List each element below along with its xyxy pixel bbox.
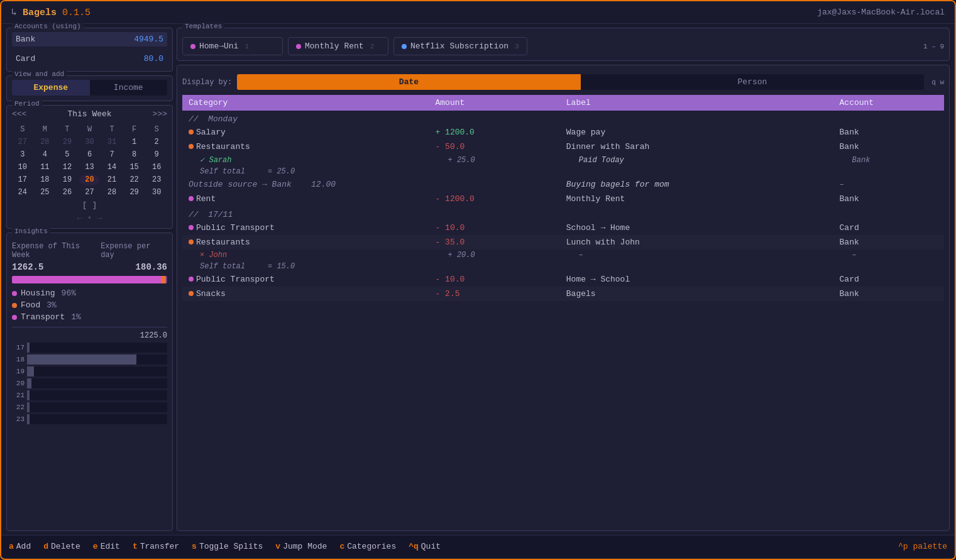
record-salary[interactable]: Salary + 1200.0 Wage pay Bank bbox=[182, 125, 944, 140]
cal-day-9[interactable]: 9 bbox=[146, 149, 167, 160]
account-card[interactable]: Card 80.0 bbox=[12, 52, 167, 66]
cal-day-5[interactable]: 5 bbox=[57, 149, 78, 160]
kb-jump: v Jump Mode bbox=[275, 542, 327, 551]
kb-splits: s Toggle Splits bbox=[192, 542, 263, 551]
cal-day-1[interactable]: 1 bbox=[124, 136, 145, 148]
amt-snacks: - 2.5 bbox=[429, 287, 560, 301]
record-snacks[interactable]: Snacks - 2.5 Bagels Bank bbox=[182, 287, 944, 301]
cal-day-16[interactable]: 16 bbox=[146, 162, 167, 173]
cat-restaurants-1: Restaurants bbox=[182, 140, 429, 154]
person-tab[interactable]: Person bbox=[581, 74, 924, 90]
cal-day-28b[interactable]: 28 bbox=[101, 187, 123, 198]
record-outside[interactable]: Outside source → Bank 12.00 Buying bagel… bbox=[182, 177, 944, 192]
bar-label-22: 22 bbox=[12, 404, 25, 411]
cal-day-20-today[interactable]: 20 bbox=[79, 174, 101, 185]
cal-nav-dot: • bbox=[87, 214, 92, 223]
cal-day-8[interactable]: 8 bbox=[124, 149, 145, 160]
expense-day-label: Expense per day bbox=[101, 242, 167, 260]
cal-day-11[interactable]: 11 bbox=[35, 162, 56, 173]
cal-day-29b[interactable]: 29 bbox=[124, 187, 145, 198]
cal-day-22[interactable]: 22 bbox=[124, 174, 145, 185]
kb-transfer: t Transfer bbox=[133, 542, 179, 551]
amt-salary: + 1200.0 bbox=[429, 125, 560, 140]
cal-day-13[interactable]: 13 bbox=[79, 162, 101, 173]
cal-day-18[interactable]: 18 bbox=[35, 174, 56, 185]
date-tab[interactable]: Date bbox=[237, 74, 580, 90]
progress-bar bbox=[12, 276, 167, 283]
expense-week-label: Expense of This Week bbox=[12, 242, 101, 260]
cal-day-31[interactable]: 31 bbox=[101, 136, 123, 148]
cal-day-27[interactable]: 27 bbox=[12, 136, 33, 148]
bracket-indicator: [ ] bbox=[12, 200, 167, 210]
kb-key-quit: ^q bbox=[409, 542, 419, 551]
cal-day-2[interactable]: 2 bbox=[146, 136, 167, 148]
cal-day-17[interactable]: 17 bbox=[12, 174, 33, 185]
bar-track-20 bbox=[27, 378, 167, 388]
cal-day-26[interactable]: 26 bbox=[57, 187, 78, 198]
next-period-btn[interactable]: >>> bbox=[153, 109, 167, 119]
cal-day-30b[interactable]: 30 bbox=[146, 187, 167, 198]
bar-track-23 bbox=[27, 414, 167, 424]
cal-day-15[interactable]: 15 bbox=[124, 162, 145, 173]
progress-housing bbox=[12, 276, 161, 283]
record-transport-2[interactable]: Public Transport - 10.0 Home → School Ca… bbox=[182, 272, 944, 287]
outside-acc: – bbox=[833, 177, 944, 192]
amt-transport-1: - 10.0 bbox=[429, 221, 560, 235]
record-restaurants-2[interactable]: Restaurants - 35.0 Lunch with John Bank bbox=[182, 235, 944, 250]
income-tab[interactable]: Income bbox=[90, 80, 168, 96]
record-transport-1[interactable]: Public Transport - 10.0 School → Home Ca… bbox=[182, 221, 944, 235]
transport-pct: 1% bbox=[71, 312, 81, 322]
cal-day-12[interactable]: 12 bbox=[57, 162, 78, 173]
sub-sarah-amt: + 25.0 bbox=[429, 154, 560, 166]
template-netflix[interactable]: Netflix Subscription 3 bbox=[393, 37, 527, 55]
insights-values: 1262.5 180.36 bbox=[12, 262, 167, 272]
cal-nav-left[interactable]: ← bbox=[77, 214, 82, 223]
cal-day-6[interactable]: 6 bbox=[79, 149, 101, 160]
template-text-2: Monthly Rent bbox=[305, 41, 364, 51]
record-restaurants-1[interactable]: Restaurants - 50.0 Dinner with Sarah Ban… bbox=[182, 140, 944, 154]
cal-day-25[interactable]: 25 bbox=[35, 187, 56, 198]
templates-label: Templates bbox=[182, 23, 224, 30]
cal-day-14[interactable]: 14 bbox=[101, 162, 123, 173]
kb-add: a Add bbox=[9, 542, 31, 551]
cal-day-29[interactable]: 29 bbox=[57, 136, 78, 148]
kb-categories: c Categories bbox=[339, 542, 396, 551]
legend-food: Food 3% bbox=[12, 300, 167, 310]
bracket-label: [ ] bbox=[82, 200, 97, 210]
calendar: S M T W T F S 27 28 29 30 31 1 2 3 4 5 6 bbox=[12, 124, 167, 198]
food-label: Food bbox=[21, 300, 40, 310]
bar-chart: 17 18 19 20 bbox=[12, 343, 167, 424]
prev-period-btn[interactable]: <<< bbox=[12, 109, 26, 119]
day-header-text: // Monday bbox=[182, 111, 944, 125]
cal-day-24[interactable]: 24 bbox=[12, 187, 33, 198]
templates-panel: Templates Home→Uni 1 Monthly Rent 2 Netf… bbox=[177, 28, 950, 61]
cal-day-23[interactable]: 23 bbox=[146, 174, 167, 185]
cal-header-t2: T bbox=[101, 124, 123, 135]
template-home-uni[interactable]: Home→Uni 1 bbox=[182, 37, 283, 55]
cal-day-19[interactable]: 19 bbox=[57, 174, 78, 185]
cal-day-10[interactable]: 10 bbox=[12, 162, 33, 173]
cal-day-21[interactable]: 21 bbox=[101, 174, 123, 185]
expense-tab[interactable]: Expense bbox=[12, 80, 90, 96]
record-rent[interactable]: Rent - 1200.0 Monthly Rent Bank bbox=[182, 192, 944, 206]
calendar-nav: ← • → bbox=[12, 214, 167, 223]
account-bank[interactable]: Bank 4949.5 bbox=[12, 32, 167, 47]
cal-day-3[interactable]: 3 bbox=[12, 149, 33, 160]
cal-nav-right[interactable]: → bbox=[97, 214, 102, 223]
cal-header-w: W bbox=[79, 124, 101, 135]
cat-restaurants-2: Restaurants bbox=[182, 235, 429, 250]
cal-day-28[interactable]: 28 bbox=[35, 136, 56, 148]
insights-header: Expense of This Week Expense per day bbox=[12, 242, 167, 260]
acc-rent: Bank bbox=[833, 192, 944, 206]
cal-day-4[interactable]: 4 bbox=[35, 149, 56, 160]
cal-day-30[interactable]: 30 bbox=[79, 136, 101, 148]
day-header-1711-text: // 17/11 bbox=[182, 206, 944, 221]
template-monthly-rent[interactable]: Monthly Rent 2 bbox=[288, 37, 388, 55]
cat-transport-1: Public Transport bbox=[182, 221, 429, 235]
insights-panel: Insights Expense of This Week Expense pe… bbox=[6, 233, 173, 531]
kb-label-add: Add bbox=[16, 542, 31, 551]
cal-day-7[interactable]: 7 bbox=[101, 149, 123, 160]
self-total-1-text: Self total = 25.0 bbox=[182, 166, 560, 177]
day-header-1711: // 17/11 bbox=[182, 206, 944, 221]
cal-day-27b[interactable]: 27 bbox=[79, 187, 101, 198]
